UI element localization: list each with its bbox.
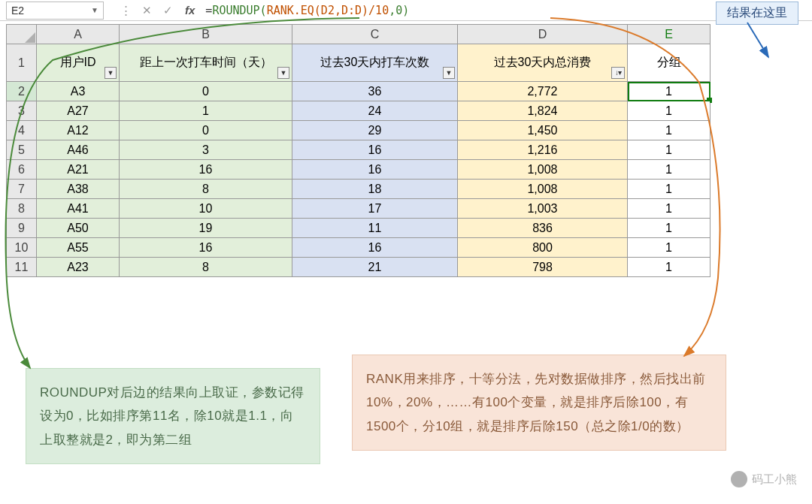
cell-C11[interactable]: 21 [292, 258, 458, 277]
cell-D2[interactable]: 2,772 [458, 82, 628, 101]
col-header-B[interactable]: B [120, 25, 292, 44]
cell-D6[interactable]: 1,008 [458, 160, 628, 180]
sort-desc-icon[interactable]: ↓▾ [611, 67, 625, 79]
cell-E5[interactable]: 1 [628, 140, 710, 160]
cell-E3[interactable]: 1 [628, 101, 710, 121]
cell-D10[interactable]: 800 [458, 238, 628, 258]
table-row: 11A238217981 [7, 258, 710, 277]
cell-B7[interactable]: 8 [120, 180, 292, 199]
row-header[interactable]: 10 [7, 238, 37, 258]
row-header[interactable]: 1 [7, 44, 37, 82]
cell-D9[interactable]: 836 [458, 219, 628, 238]
history-icon[interactable]: ⋮ [117, 4, 134, 17]
cell-C8[interactable]: 17 [292, 199, 458, 219]
row-header[interactable]: 3 [7, 101, 37, 121]
row-header[interactable]: 4 [7, 121, 37, 140]
cell-E6[interactable]: 1 [628, 160, 710, 180]
cell-reference: E2 [11, 5, 91, 17]
cell-A5[interactable]: A46 [37, 140, 120, 160]
cell-C4[interactable]: 29 [292, 121, 458, 140]
cancel-icon[interactable]: ✕ [138, 4, 155, 17]
cell-E2[interactable]: 1 [628, 82, 710, 101]
watermark-icon [731, 471, 747, 487]
col-header-D[interactable]: D [458, 25, 628, 44]
watermark-text: 码工小熊 [752, 472, 797, 487]
cell-A7[interactable]: A38 [37, 180, 120, 199]
cell-D3[interactable]: 1,824 [458, 101, 628, 121]
cell-E8[interactable]: 1 [628, 199, 710, 219]
cell-A6[interactable]: A21 [37, 160, 120, 180]
cell-E7[interactable]: 1 [628, 180, 710, 199]
cell-B3[interactable]: 1 [120, 101, 292, 121]
filter-icon[interactable]: ▼ [443, 67, 455, 79]
cell-B6[interactable]: 16 [120, 160, 292, 180]
cell-D1[interactable]: 过去30天内总消费↓▾ [458, 44, 628, 82]
cell-A2[interactable]: A3 [37, 82, 120, 101]
table-row: 4A120291,4501 [7, 121, 710, 140]
table-row: 6A2116161,0081 [7, 160, 710, 180]
row-header[interactable]: 5 [7, 140, 37, 160]
filter-icon[interactable]: ▼ [277, 67, 289, 79]
cell-C7[interactable]: 18 [292, 180, 458, 199]
filter-icon[interactable]: ▼ [105, 67, 117, 79]
row-header[interactable]: 8 [7, 199, 37, 219]
row-header[interactable]: 2 [7, 82, 37, 101]
accept-icon[interactable]: ✓ [159, 4, 176, 17]
cell-B8[interactable]: 10 [120, 199, 292, 219]
cell-E10[interactable]: 1 [628, 238, 710, 258]
cell-E1[interactable]: 分组 [628, 44, 710, 82]
table-row: 7A388181,0081 [7, 180, 710, 199]
cell-A3[interactable]: A27 [37, 101, 120, 121]
table-row: 5A463161,2161 [7, 140, 710, 160]
cell-A8[interactable]: A41 [37, 199, 120, 219]
table-row: 9A5019118361 [7, 219, 710, 238]
cell-E11[interactable]: 1 [628, 258, 710, 277]
cell-C1[interactable]: 过去30天内打车次数▼ [292, 44, 458, 82]
select-all-corner[interactable] [7, 25, 37, 44]
table-row: 8A4110171,0031 [7, 199, 710, 219]
cell-B2[interactable]: 0 [120, 82, 292, 101]
name-box[interactable]: E2 ▼ [6, 2, 104, 20]
result-annotation: 结果在这里 [716, 2, 798, 25]
cell-C2[interactable]: 36 [292, 82, 458, 101]
cell-C6[interactable]: 16 [292, 160, 458, 180]
row-header[interactable]: 7 [7, 180, 37, 199]
row-header[interactable]: 11 [7, 258, 37, 277]
cell-A1[interactable]: 用户ID▼ [37, 44, 120, 82]
cell-C5[interactable]: 16 [292, 140, 458, 160]
cell-C3[interactable]: 24 [292, 101, 458, 121]
formula-controls: ⋮ ✕ ✓ fx [117, 4, 195, 17]
cell-D7[interactable]: 1,008 [458, 180, 628, 199]
cell-B10[interactable]: 16 [120, 238, 292, 258]
cell-D11[interactable]: 798 [458, 258, 628, 277]
cell-D8[interactable]: 1,003 [458, 199, 628, 219]
table-row: 10A5516168001 [7, 238, 710, 258]
fx-icon[interactable]: fx [185, 4, 195, 17]
table-row: 3A271241,8241 [7, 101, 710, 121]
cell-C9[interactable]: 11 [292, 219, 458, 238]
cell-E9[interactable]: 1 [628, 219, 710, 238]
row-header[interactable]: 6 [7, 160, 37, 180]
cell-A10[interactable]: A55 [37, 238, 120, 258]
formula-text: =ROUNDUP(RANK.EQ(D2,D:D)/10,0) [205, 4, 409, 17]
cell-A9[interactable]: A50 [37, 219, 120, 238]
col-header-A[interactable]: A [37, 25, 120, 44]
cell-A11[interactable]: A23 [37, 258, 120, 277]
cell-E4[interactable]: 1 [628, 121, 710, 140]
cell-B5[interactable]: 3 [120, 140, 292, 160]
dropdown-arrow-icon[interactable]: ▼ [91, 6, 98, 14]
cell-D5[interactable]: 1,216 [458, 140, 628, 160]
cell-B1[interactable]: 距上一次打车时间（天）▼ [120, 44, 292, 82]
col-header-E[interactable]: E [628, 25, 710, 44]
cell-A4[interactable]: A12 [37, 121, 120, 140]
spreadsheet: A B C D E 1用户ID▼距上一次打车时间（天）▼过去30天内打车次数▼过… [6, 24, 710, 277]
cell-C10[interactable]: 16 [292, 238, 458, 258]
cell-B9[interactable]: 19 [120, 219, 292, 238]
cell-B4[interactable]: 0 [120, 121, 292, 140]
annotation-roundup: ROUNDUP对后边的结果向上取证，参数记得设为0，比如排序第11名，除10就是… [26, 368, 320, 464]
col-header-C[interactable]: C [292, 25, 458, 44]
cell-D4[interactable]: 1,450 [458, 121, 628, 140]
row-header[interactable]: 9 [7, 219, 37, 238]
cell-B11[interactable]: 8 [120, 258, 292, 277]
watermark: 码工小熊 [731, 471, 797, 487]
